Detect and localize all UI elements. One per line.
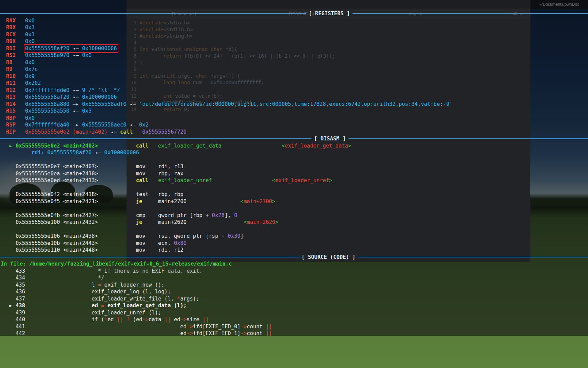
register-r14: R14 0x55555558a880 —▸ 0x55555558adf0 ◂— … <box>6 101 588 108</box>
register-rax: RAX 0x0 <box>6 17 588 24</box>
register-rip: RIP 0x55555555e0e2 (main+2402) ◂— call 0… <box>6 129 588 136</box>
source-current-line: ► 438 ed = exif_loader_get_data (l); <box>6 302 588 309</box>
source-header: [ SOURCE (CODE) ] <box>0 254 588 261</box>
register-r12: R12 0x7fffffffdde0 ◂— 9 /* '\t' */ <box>6 87 588 94</box>
source-line: 436 exif_loader_log (l, log); <box>6 288 588 295</box>
section-header-label: [ SOURCE (CODE) ] <box>299 254 358 261</box>
register-rsp: RSP 0x7fffffffda40 —▸ 0x55555558aec0 ◂— … <box>6 121 588 129</box>
disasm-line: 0x55555555e100 <main+2432> je main+2620 … <box>6 219 588 226</box>
register-r8: R8 0x0 <box>6 59 588 66</box>
register-rdx: RDX 0x0 <box>6 38 588 45</box>
highlight-box: 0x55555558af20 ◂— 0x100000006 <box>25 45 117 52</box>
blank-line <box>6 226 588 233</box>
pwndbg-terminal[interactable]: [ REGISTERS ]RAX 0x0RBX 0x3RCX 0x1RDX 0x… <box>0 0 588 336</box>
disasm-header: [ DISASM ] <box>0 135 588 142</box>
register-r15: R15 0x55555558a550 ◂— 0x3 <box>6 108 588 115</box>
source-line: 433 * If there is no EXIF data, exit. <box>6 268 588 275</box>
disasm-line: 0x55555555e0e7 <main+2407> mov rdi, r13 <box>6 163 588 170</box>
register-rcx: RCX 0x1 <box>6 31 588 38</box>
section-header-label: [ REGISTERS ] <box>306 10 353 17</box>
register-rbp: RBP 0x0 <box>6 115 588 122</box>
desktop: { "colors": { "register_name_red": "#ee4… <box>0 0 588 368</box>
blank-line <box>6 156 588 163</box>
disasm-line: 0x55555555e0fb <main+2427> cmp qword ptr… <box>6 212 588 219</box>
disasm-current-line: ► 0x55555555e0e2 <main+2402> call exif_l… <box>6 142 588 150</box>
disasm-line: 0x55555555e0ed <main+2413> call exif_loa… <box>6 177 588 184</box>
terminal-lines: [ REGISTERS ]RAX 0x0RBX 0x3RCX 0x1RDX 0x… <box>6 10 588 336</box>
registers-header: [ REGISTERS ] <box>0 10 588 17</box>
register-r9: R9 0x7c <box>6 66 588 73</box>
source-line: 442 ed->ifd[EXIF_IFD_1]->count || <box>6 330 588 336</box>
source-line: 437 exif_loader_write_file (l, *args); <box>6 295 588 303</box>
source-line: 434 */ <box>6 274 588 282</box>
section-header-label: [ DISASM ] <box>311 135 348 142</box>
register-r13: R13 0x55555558af20 ◂— 0x100000006 <box>6 94 588 101</box>
source-line: 439 exif_loader_unref (l); <box>6 309 588 316</box>
source-file: In file: /home/henry/fuzzing_libexif/exi… <box>1 260 588 268</box>
disasm-arg-annotation: rdi: 0x55555558af20 ◂— 0x100000006 <box>6 149 588 156</box>
disasm-line: 0x55555555e110 <main+2448> mov rdi, r12 <box>6 247 588 254</box>
register-r10: R10 0x9 <box>6 73 588 80</box>
register-rdi: RDI 0x55555558af20 ◂— 0x100000006 <box>6 45 588 52</box>
disasm-line: 0x55555555e0f2 <main+2418> test rbp, rbp <box>6 191 588 198</box>
disasm-line: 0x55555555e0f5 <main+2421> je main+2700 … <box>6 198 588 205</box>
source-line: 441 ed->ifd[EXIF_IFD_0]->count || <box>6 323 588 330</box>
source-line: 440 if (!ed || ! (ed->data || ed->size |… <box>6 316 588 323</box>
disasm-line: 0x55555555e106 <main+2438> mov rsi, qwor… <box>6 233 588 240</box>
blank-line <box>6 205 588 212</box>
register-rbx: RBX 0x3 <box>6 24 588 31</box>
register-r11: R11 0x202 <box>6 80 588 87</box>
register-rsi: RSI 0x55555558a970 ◂— 0x0 <box>6 52 588 59</box>
disasm-line: 0x55555555e0ea <main+2410> mov rbp, rax <box>6 170 588 177</box>
source-line: 435 l = exif_loader_new (); <box>6 282 588 289</box>
blank-line <box>6 184 588 191</box>
disasm-line: 0x55555555e10b <main+2443> mov ecx, 0x80 <box>6 240 588 247</box>
